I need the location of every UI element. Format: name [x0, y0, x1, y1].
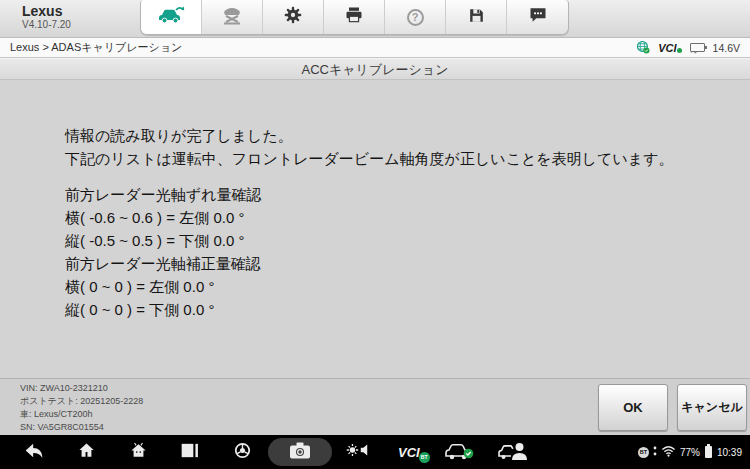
breadcrumb-bar: Lexus > ADASキャリブレーション VCI -+ 14.6V	[0, 38, 750, 58]
vehicle-lift-icon	[219, 5, 245, 30]
app-root: Lexus V4.10-7.20	[0, 0, 750, 469]
save-icon	[467, 6, 486, 29]
home-button[interactable]	[60, 441, 112, 464]
breadcrumb: Lexus > ADASキャリブレーション	[10, 40, 182, 55]
result-panel: 情報の読み取りが完了しました。 下記のリストは運転中、フロントレーダービーム軸角…	[0, 80, 750, 378]
ok-button[interactable]: OK	[598, 384, 668, 431]
vehicle-info: VIN: ZWA10-2321210 ポストテスト: 20251205-2228…	[20, 382, 143, 434]
footer-buttons: OK キャンセル	[598, 384, 750, 431]
chat-icon	[528, 5, 548, 29]
settings-button[interactable]	[263, 0, 324, 34]
reading-line: 前方レーダー光軸ずれ量確認	[65, 183, 720, 206]
technician-button[interactable]	[490, 440, 536, 465]
data-transfer-icon	[653, 446, 657, 459]
vci-bt-badge: BT	[419, 452, 430, 463]
back-button[interactable]	[8, 442, 60, 463]
reading-line: 横( -0.6 ~ 0.6 ) = 左側 0.0 °	[65, 206, 720, 229]
android-home-icon	[129, 441, 148, 464]
vehicle-lift-button[interactable]	[202, 0, 263, 34]
readings-block: 前方レーダー光軸ずれ量確認 横( -0.6 ~ 0.6 ) = 左側 0.0 °…	[65, 183, 720, 321]
brand-version: V4.10-7.20	[22, 19, 140, 31]
intro-line: 下記のリストは運転中、フロントレーダービーム軸角度が正しいことを表明しています。	[65, 147, 720, 170]
reading-line: 横( 0 ~ 0 ) = 左側 0.0 °	[65, 275, 720, 298]
gear-icon	[283, 5, 303, 29]
wifi-icon	[661, 445, 676, 459]
clock: 10:39	[717, 447, 742, 458]
vehicle-diagnostics-button[interactable]	[141, 0, 202, 34]
vci-status-label: VCI	[658, 42, 676, 54]
help-icon: ?	[407, 9, 424, 26]
android-nav-bar: VCI BT	[0, 435, 750, 469]
vci-manager-button[interactable]: VCI BT	[398, 445, 428, 460]
cancel-button[interactable]: キャンセル	[677, 384, 747, 431]
vehicle-connection-button[interactable]	[436, 440, 482, 465]
vehicle-diagnostics-icon	[157, 5, 185, 29]
home-icon	[77, 441, 96, 464]
battery-percent: 77%	[680, 447, 700, 458]
vci-logo-label: VCI	[398, 445, 420, 460]
vehicle-check-icon	[444, 440, 474, 465]
printer-icon	[344, 5, 364, 29]
page-title: ACCキャリブレーション	[0, 58, 750, 80]
camera-icon	[288, 441, 312, 464]
voltage-battery-icon: -+	[690, 43, 705, 52]
brightness-volume-icon	[346, 441, 370, 463]
recent-apps-icon	[180, 442, 200, 463]
status-indicators: VCI -+ 14.6V	[636, 40, 740, 56]
back-icon	[24, 442, 44, 463]
android-home-button[interactable]	[112, 441, 164, 464]
battery-icon	[705, 446, 712, 458]
screenshot-button[interactable]	[268, 438, 332, 466]
brand-title: Lexus	[22, 3, 140, 19]
bluetooth-icon: BT	[638, 447, 649, 458]
posttest-line: ポストテスト: 20251205-2228	[20, 395, 143, 408]
network-globe-icon	[636, 40, 650, 56]
print-button[interactable]	[324, 0, 385, 34]
voltage-value: 14.6V	[713, 42, 740, 54]
footer-bar: VIN: ZWA10-2321210 ポストテスト: 20251205-2228…	[0, 378, 750, 435]
reading-line: 縦( -0.5 ~ 0.5 ) = 下側 0.0 °	[65, 229, 720, 252]
chrome-icon	[233, 441, 252, 464]
help-button[interactable]: ?	[385, 0, 446, 34]
reading-line: 前方レーダー光軸補正量確認	[65, 252, 720, 275]
vci-status-icon: VCI	[658, 42, 681, 54]
vehicle-line: 車: Lexus/CT200h	[20, 408, 143, 421]
intro-line: 情報の読み取りが完了しました。	[65, 124, 720, 147]
brightness-volume-button[interactable]	[332, 441, 384, 463]
serial-line: SN: VA5GR8C01554	[20, 421, 143, 434]
toolbar: ?	[140, 0, 569, 35]
battery-symbols: -+	[691, 49, 699, 55]
brand-block: Lexus V4.10-7.20	[0, 0, 140, 37]
save-button[interactable]	[446, 0, 507, 34]
chrome-button[interactable]	[216, 441, 268, 464]
status-cluster[interactable]: BT 77% 10:39	[638, 445, 742, 459]
top-bar: Lexus V4.10-7.20	[0, 0, 750, 38]
recent-apps-button[interactable]	[164, 442, 216, 463]
vci-connected-dot	[677, 48, 682, 53]
data-logging-button[interactable]	[507, 0, 568, 34]
reading-line: 縦( 0 ~ 0 ) = 下側 0.0 °	[65, 298, 720, 321]
technician-icon	[498, 440, 528, 465]
vin-line: VIN: ZWA10-2321210	[20, 382, 143, 395]
